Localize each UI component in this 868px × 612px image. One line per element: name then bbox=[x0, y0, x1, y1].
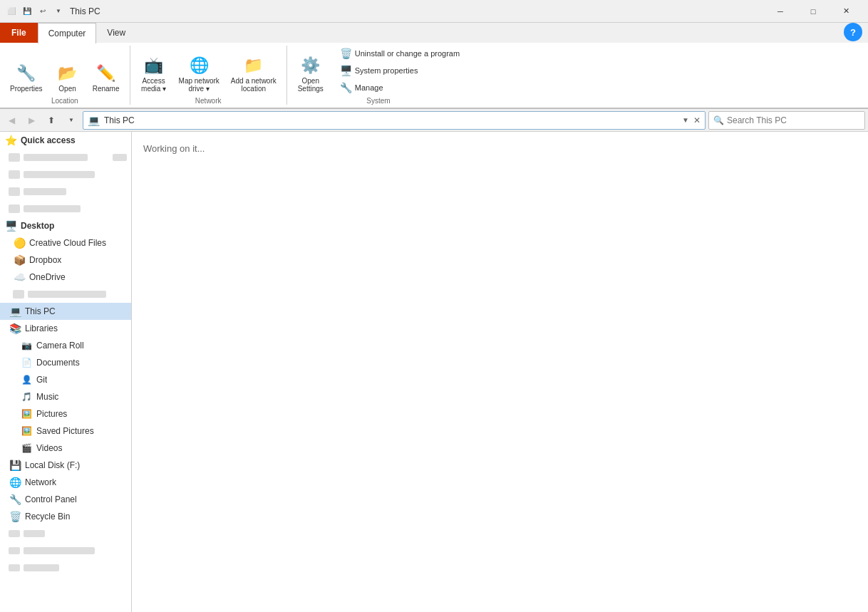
rename-label: Rename bbox=[93, 85, 120, 93]
camera-roll-icon: 📷 bbox=[20, 341, 33, 351]
quick-access-icon[interactable]: ⬜ bbox=[6, 6, 17, 17]
sidebar-item-saved-pictures[interactable]: 🖼️ Saved Pictures bbox=[0, 422, 131, 440]
git-icon: 👤 bbox=[20, 375, 33, 385]
onedrive-icon: ☁️ bbox=[13, 271, 26, 283]
maximize-button[interactable]: □ bbox=[797, 0, 830, 23]
main-layout: ⭐ Quick access 🖥️ Desktop 🟡 bbox=[0, 132, 868, 612]
sidebar-item-libraries[interactable]: 📚 Libraries bbox=[0, 320, 131, 337]
pc-icon: 💻 bbox=[88, 115, 100, 126]
forward-button[interactable]: ▶ bbox=[23, 112, 40, 129]
address-text: This PC bbox=[104, 115, 678, 125]
address-dropdown-icon[interactable]: ▼ bbox=[682, 116, 689, 124]
sidebar-item-control-panel[interactable]: 🔧 Control Panel bbox=[0, 491, 131, 508]
save-icon[interactable]: 💾 bbox=[21, 6, 33, 17]
sidebar-item-creative-cloud[interactable]: 🟡 Creative Cloud Files bbox=[0, 234, 131, 251]
network-group-label: Network bbox=[195, 97, 222, 105]
sidebar-blurred-7 bbox=[0, 542, 131, 559]
tab-view[interactable]: View bbox=[96, 23, 136, 43]
ribbon-content: 🔧 Properties 📂 Open ✏️ Rename Location 📺 bbox=[0, 43, 868, 108]
sidebar-item-git[interactable]: 👤 Git bbox=[0, 371, 131, 388]
minimize-button[interactable]: ─ bbox=[764, 0, 797, 23]
local-disk-icon: 💾 bbox=[9, 460, 21, 471]
sidebar-blurred-6 bbox=[0, 525, 131, 542]
back-button[interactable]: ◀ bbox=[3, 112, 20, 129]
settings-icon: ⚙️ bbox=[299, 54, 322, 77]
saved-pictures-icon: 🖼️ bbox=[20, 426, 33, 436]
sidebar-item-videos[interactable]: 🎬 Videos bbox=[0, 440, 131, 457]
properties-icon: 🔧 bbox=[15, 62, 38, 85]
ribbon: File Computer View ? 🔧 Properties 📂 Open… bbox=[0, 23, 868, 109]
sidebar-item-documents[interactable]: 📄 Documents bbox=[0, 354, 131, 371]
open-settings-button[interactable]: ⚙️ OpenSettings bbox=[293, 51, 329, 95]
sidebar-blurred-5 bbox=[0, 286, 131, 303]
sidebar-blurred-4 bbox=[0, 200, 131, 217]
sidebar-item-onedrive[interactable]: ☁️ OneDrive bbox=[0, 269, 131, 286]
system-props-label: System properties bbox=[355, 66, 418, 75]
window-title: This PC bbox=[70, 6, 100, 16]
address-clear-button[interactable]: ✕ bbox=[693, 115, 701, 125]
system-group-label: System bbox=[366, 97, 390, 105]
sidebar-blurred-2 bbox=[0, 166, 131, 183]
control-panel-icon: 🔧 bbox=[9, 494, 21, 505]
map-network-drive-button[interactable]: 🌐 Map networkdrive ▾ bbox=[175, 51, 224, 95]
open-button[interactable]: 📂 Open bbox=[50, 59, 86, 95]
sidebar: ⭐ Quick access 🖥️ Desktop 🟡 bbox=[0, 132, 132, 612]
working-status-text: Working on it... bbox=[143, 143, 857, 154]
system-small-buttons: 🗑️ Uninstall or change a program 🖥️ Syst… bbox=[336, 46, 464, 95]
network-icon: 🌐 bbox=[9, 477, 21, 488]
title-bar-icons: ⬜ 💾 ↩ ▼ bbox=[6, 6, 64, 17]
tab-computer[interactable]: Computer bbox=[38, 23, 97, 43]
documents-icon: 📄 bbox=[20, 358, 33, 368]
recycle-bin-icon: 🗑️ bbox=[9, 511, 21, 522]
ribbon-group-network: 📺 Accessmedia ▾ 🌐 Map networkdrive ▾ 📁 A… bbox=[130, 46, 287, 105]
system-properties-button[interactable]: 🖥️ System properties bbox=[336, 63, 464, 78]
access-media-label: Accessmedia ▾ bbox=[141, 77, 166, 93]
sidebar-item-quick-access[interactable]: ⭐ Quick access bbox=[0, 132, 131, 149]
title-bar: ⬜ 💾 ↩ ▼ This PC ─ □ ✕ bbox=[0, 0, 868, 23]
undo-icon[interactable]: ↩ bbox=[37, 6, 48, 17]
quick-access-star-icon: ⭐ bbox=[4, 135, 17, 146]
location-buttons: 🔧 Properties 📂 Open ✏️ Rename bbox=[6, 46, 124, 95]
search-box[interactable]: 🔍 bbox=[708, 111, 865, 130]
sidebar-item-camera-roll[interactable]: 📷 Camera Roll bbox=[0, 337, 131, 354]
settings-label: OpenSettings bbox=[298, 77, 324, 93]
sidebar-blurred-8 bbox=[0, 559, 131, 576]
recent-locations-button[interactable]: ▼ bbox=[63, 112, 80, 129]
rename-button[interactable]: ✏️ Rename bbox=[88, 59, 124, 95]
dropdown-icon[interactable]: ▼ bbox=[53, 6, 64, 17]
libraries-icon: 📚 bbox=[9, 323, 21, 334]
open-label: Open bbox=[58, 85, 76, 93]
add-location-icon: 📁 bbox=[242, 54, 265, 77]
sidebar-item-music[interactable]: 🎵 Music bbox=[0, 388, 131, 405]
uninstall-icon: 🗑️ bbox=[340, 48, 352, 59]
sidebar-item-desktop[interactable]: 🖥️ Desktop bbox=[0, 217, 131, 234]
add-network-location-button[interactable]: 📁 Add a networklocation bbox=[227, 51, 281, 95]
sidebar-item-pictures[interactable]: 🖼️ Pictures bbox=[0, 405, 131, 422]
close-button[interactable]: ✕ bbox=[830, 0, 862, 23]
tab-file[interactable]: File bbox=[0, 23, 38, 43]
manage-button[interactable]: 🔧 Manage bbox=[336, 80, 464, 95]
uninstall-label: Uninstall or change a program bbox=[355, 49, 460, 58]
system-props-icon: 🖥️ bbox=[340, 65, 352, 76]
sidebar-item-network[interactable]: 🌐 Network bbox=[0, 474, 131, 491]
search-input[interactable] bbox=[727, 115, 860, 125]
access-media-icon: 📺 bbox=[143, 54, 165, 77]
up-button[interactable]: ⬆ bbox=[43, 112, 60, 129]
system-buttons: ⚙️ OpenSettings 🗑️ Uninstall or change a… bbox=[293, 46, 464, 95]
sidebar-item-this-pc[interactable]: 💻 This PC bbox=[0, 303, 131, 320]
dropbox-icon: 📦 bbox=[13, 254, 26, 266]
properties-button[interactable]: 🔧 Properties bbox=[6, 59, 47, 95]
ribbon-tabs: File Computer View ? bbox=[0, 23, 868, 43]
map-drive-icon: 🌐 bbox=[187, 54, 210, 77]
address-bar[interactable]: 💻 This PC ▼ ✕ bbox=[83, 111, 706, 130]
sidebar-item-recycle-bin[interactable]: 🗑️ Recycle Bin bbox=[0, 508, 131, 525]
pictures-icon: 🖼️ bbox=[20, 409, 33, 419]
ribbon-group-location: 🔧 Properties 📂 Open ✏️ Rename Location bbox=[0, 46, 130, 105]
manage-icon: 🔧 bbox=[340, 82, 352, 93]
help-button[interactable]: ? bbox=[844, 23, 862, 41]
address-bar-row: ◀ ▶ ⬆ ▼ 💻 This PC ▼ ✕ 🔍 bbox=[0, 109, 868, 132]
sidebar-item-local-disk[interactable]: 💾 Local Disk (F:) bbox=[0, 457, 131, 474]
sidebar-item-dropbox[interactable]: 📦 Dropbox bbox=[0, 251, 131, 269]
access-media-button[interactable]: 📺 Accessmedia ▾ bbox=[136, 51, 172, 95]
uninstall-button[interactable]: 🗑️ Uninstall or change a program bbox=[336, 46, 464, 61]
